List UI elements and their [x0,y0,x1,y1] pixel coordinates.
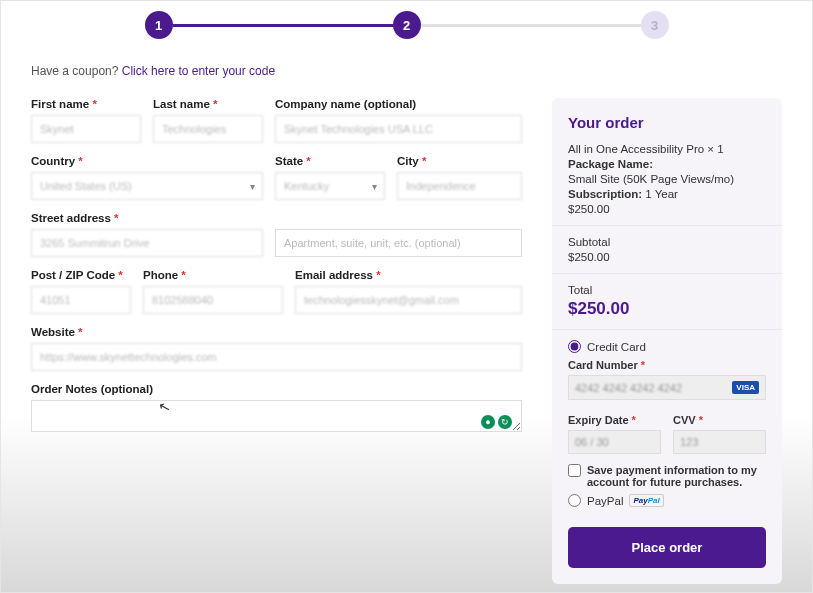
sub-label: Subscription: [568,188,642,200]
subtotal-value: $250.00 [568,251,766,263]
cvv-label: CVV * [673,414,766,426]
street-input-2[interactable] [275,229,522,257]
card-number-label: Card Number * [568,359,766,371]
paypal-option[interactable]: PayPal PayPal [568,494,766,507]
coupon-prefix: Have a coupon? [31,64,122,78]
company-label: Company name (optional) [275,98,522,110]
grammarly-icon[interactable]: ● [481,415,495,429]
notes-textarea[interactable] [31,400,522,432]
pkg-value: Small Site (50K Page Views/mo) [568,173,766,185]
coupon-link[interactable]: Click here to enter your code [122,64,275,78]
last-name-label: Last name * [153,98,263,110]
sub-value: 1 Year [645,188,678,200]
paypal-radio[interactable] [568,494,581,507]
subtotal-label: Subtotal [568,236,766,248]
place-order-button[interactable]: Place order [568,527,766,568]
state-label: State * [275,155,385,167]
email-label: Email address * [295,269,522,281]
city-input[interactable] [397,172,522,200]
credit-card-radio[interactable] [568,340,581,353]
last-name-input[interactable] [153,115,263,143]
email-input[interactable] [295,286,522,314]
company-input[interactable] [275,115,522,143]
street-input-1[interactable] [31,229,263,257]
billing-form: First name * Last name * Company name (o… [31,98,522,584]
first-name-label: First name * [31,98,141,110]
order-item: All in One Accessibility Pro × 1 [568,143,766,155]
expiry-input[interactable]: 06 / 30 [568,430,661,454]
refresh-icon[interactable]: ↻ [498,415,512,429]
zip-label: Post / ZIP Code * [31,269,131,281]
phone-label: Phone * [143,269,283,281]
coupon-notice: Have a coupon? Click here to enter your … [31,64,782,78]
step-2[interactable]: 2 [393,11,421,39]
cvv-input[interactable]: 123 [673,430,766,454]
total-value: $250.00 [568,299,766,319]
checkout-stepper: 1 2 3 [31,11,782,39]
step-bar-2 [421,24,641,27]
step-3: 3 [641,11,669,39]
website-label: Website * [31,326,522,338]
country-label: Country * [31,155,263,167]
item-price: $250.00 [568,203,766,215]
step-bar-1 [173,24,393,27]
save-payment-checkbox[interactable] [568,464,581,477]
street-label: Street address * [31,212,522,224]
credit-card-option[interactable]: Credit Card [568,340,766,353]
website-input[interactable] [31,343,522,371]
zip-input[interactable] [31,286,131,314]
order-title: Your order [568,114,766,131]
first-name-input[interactable] [31,115,141,143]
paypal-icon: PayPal [629,494,663,507]
total-label: Total [568,284,766,296]
visa-icon: VISA [732,381,759,394]
step-1[interactable]: 1 [145,11,173,39]
phone-input[interactable] [143,286,283,314]
card-number-input[interactable]: 4242 4242 4242 4242 VISA [568,375,766,400]
city-label: City * [397,155,522,167]
order-summary: Your order All in One Accessibility Pro … [552,98,782,584]
state-select[interactable] [275,172,385,200]
country-select[interactable] [31,172,263,200]
notes-label: Order Notes (optional) [31,383,522,395]
pkg-label: Package Name: [568,158,653,170]
save-payment-option[interactable]: Save payment information to my account f… [568,464,766,488]
expiry-label: Expiry Date * [568,414,661,426]
